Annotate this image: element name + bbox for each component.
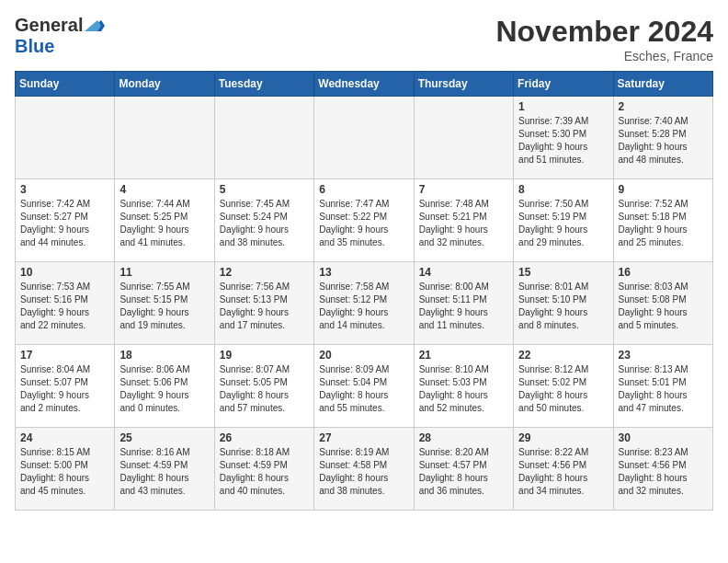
day-cell: 26Sunrise: 8:18 AM Sunset: 4:59 PM Dayli… xyxy=(214,428,313,511)
day-info: Sunrise: 8:03 AM Sunset: 5:08 PM Dayligh… xyxy=(619,281,708,332)
day-info: Sunrise: 8:07 AM Sunset: 5:05 PM Dayligh… xyxy=(220,363,309,415)
day-info: Sunrise: 8:13 AM Sunset: 5:01 PM Dayligh… xyxy=(619,363,708,415)
day-info: Sunrise: 7:42 AM Sunset: 5:27 PM Dayligh… xyxy=(20,198,109,249)
day-cell xyxy=(314,97,414,179)
logo-general: General xyxy=(15,15,83,36)
day-cell: 13Sunrise: 7:58 AM Sunset: 5:12 PM Dayli… xyxy=(314,262,414,345)
day-cell xyxy=(16,97,115,179)
calendar-body: 1Sunrise: 7:39 AM Sunset: 5:30 PM Daylig… xyxy=(16,97,713,511)
day-cell: 27Sunrise: 8:19 AM Sunset: 4:58 PM Dayli… xyxy=(314,428,414,511)
day-number: 10 xyxy=(20,266,109,279)
week-row-5: 24Sunrise: 8:15 AM Sunset: 5:00 PM Dayli… xyxy=(16,428,713,511)
day-cell: 16Sunrise: 8:03 AM Sunset: 5:08 PM Dayli… xyxy=(613,262,712,345)
day-number: 2 xyxy=(619,100,708,113)
header-saturday: Saturday xyxy=(613,72,712,97)
day-cell: 23Sunrise: 8:13 AM Sunset: 5:01 PM Dayli… xyxy=(613,345,712,428)
day-number: 14 xyxy=(419,266,508,279)
day-info: Sunrise: 8:10 AM Sunset: 5:03 PM Dayligh… xyxy=(419,363,508,415)
day-cell: 14Sunrise: 8:00 AM Sunset: 5:11 PM Dayli… xyxy=(414,262,513,345)
day-number: 3 xyxy=(20,183,109,196)
day-cell: 25Sunrise: 8:16 AM Sunset: 4:59 PM Dayli… xyxy=(115,428,214,511)
day-number: 20 xyxy=(319,349,408,362)
day-cell: 10Sunrise: 7:53 AM Sunset: 5:16 PM Dayli… xyxy=(16,262,115,345)
calendar-header-row: SundayMondayTuesdayWednesdayThursdayFrid… xyxy=(16,72,713,97)
day-cell: 4Sunrise: 7:44 AM Sunset: 5:25 PM Daylig… xyxy=(115,179,214,262)
location: Esches, France xyxy=(495,49,713,63)
day-number: 13 xyxy=(319,266,408,279)
day-info: Sunrise: 7:39 AM Sunset: 5:30 PM Dayligh… xyxy=(518,115,608,167)
week-row-2: 3Sunrise: 7:42 AM Sunset: 5:27 PM Daylig… xyxy=(16,179,713,262)
day-info: Sunrise: 7:56 AM Sunset: 5:13 PM Dayligh… xyxy=(220,281,309,332)
day-cell: 12Sunrise: 7:56 AM Sunset: 5:13 PM Dayli… xyxy=(214,262,313,345)
day-number: 27 xyxy=(319,431,408,444)
day-number: 29 xyxy=(518,431,608,444)
day-cell: 18Sunrise: 8:06 AM Sunset: 5:06 PM Dayli… xyxy=(115,345,214,428)
header-monday: Monday xyxy=(115,72,214,97)
day-number: 19 xyxy=(220,349,309,362)
day-number: 9 xyxy=(619,183,708,196)
day-info: Sunrise: 7:47 AM Sunset: 5:22 PM Dayligh… xyxy=(319,198,408,249)
day-info: Sunrise: 8:01 AM Sunset: 5:10 PM Dayligh… xyxy=(518,281,608,332)
header-sunday: Sunday xyxy=(16,72,115,97)
day-cell: 30Sunrise: 8:23 AM Sunset: 4:56 PM Dayli… xyxy=(613,428,712,511)
day-cell: 3Sunrise: 7:42 AM Sunset: 5:27 PM Daylig… xyxy=(16,179,115,262)
day-cell: 9Sunrise: 7:52 AM Sunset: 5:18 PM Daylig… xyxy=(613,179,712,262)
day-cell: 19Sunrise: 8:07 AM Sunset: 5:05 PM Dayli… xyxy=(214,345,313,428)
logo-icon xyxy=(85,18,105,33)
day-cell: 1Sunrise: 7:39 AM Sunset: 5:30 PM Daylig… xyxy=(514,97,613,179)
header-tuesday: Tuesday xyxy=(214,72,313,97)
day-cell xyxy=(214,97,313,179)
day-number: 25 xyxy=(119,431,209,444)
week-row-3: 10Sunrise: 7:53 AM Sunset: 5:16 PM Dayli… xyxy=(16,262,713,345)
day-info: Sunrise: 7:53 AM Sunset: 5:16 PM Dayligh… xyxy=(20,281,109,332)
day-number: 16 xyxy=(619,266,708,279)
day-info: Sunrise: 8:12 AM Sunset: 5:02 PM Dayligh… xyxy=(518,363,608,415)
day-cell: 28Sunrise: 8:20 AM Sunset: 4:57 PM Dayli… xyxy=(414,428,513,511)
day-cell: 15Sunrise: 8:01 AM Sunset: 5:10 PM Dayli… xyxy=(514,262,613,345)
day-number: 6 xyxy=(319,183,408,196)
day-info: Sunrise: 8:06 AM Sunset: 5:06 PM Dayligh… xyxy=(119,363,209,415)
week-row-1: 1Sunrise: 7:39 AM Sunset: 5:30 PM Daylig… xyxy=(16,97,713,179)
day-info: Sunrise: 8:23 AM Sunset: 4:56 PM Dayligh… xyxy=(619,446,708,498)
day-cell xyxy=(414,97,513,179)
header-thursday: Thursday xyxy=(414,72,513,97)
day-number: 1 xyxy=(518,100,608,113)
day-number: 30 xyxy=(619,431,708,444)
day-info: Sunrise: 7:55 AM Sunset: 5:15 PM Dayligh… xyxy=(119,281,209,332)
day-info: Sunrise: 8:09 AM Sunset: 5:04 PM Dayligh… xyxy=(319,363,408,415)
day-info: Sunrise: 8:22 AM Sunset: 4:56 PM Dayligh… xyxy=(518,446,608,498)
day-number: 15 xyxy=(518,266,608,279)
day-cell: 17Sunrise: 8:04 AM Sunset: 5:07 PM Dayli… xyxy=(16,345,115,428)
day-cell xyxy=(115,97,214,179)
day-cell: 24Sunrise: 8:15 AM Sunset: 5:00 PM Dayli… xyxy=(16,428,115,511)
day-number: 12 xyxy=(220,266,309,279)
day-info: Sunrise: 8:19 AM Sunset: 4:58 PM Dayligh… xyxy=(319,446,408,498)
day-info: Sunrise: 7:40 AM Sunset: 5:28 PM Dayligh… xyxy=(619,115,708,167)
day-number: 5 xyxy=(220,183,309,196)
day-number: 26 xyxy=(220,431,309,444)
day-cell: 6Sunrise: 7:47 AM Sunset: 5:22 PM Daylig… xyxy=(314,179,414,262)
title-section: November 2024 Esches, France xyxy=(495,15,713,63)
day-info: Sunrise: 7:50 AM Sunset: 5:19 PM Dayligh… xyxy=(518,198,608,249)
day-info: Sunrise: 8:16 AM Sunset: 4:59 PM Dayligh… xyxy=(119,446,209,498)
day-info: Sunrise: 8:15 AM Sunset: 5:00 PM Dayligh… xyxy=(20,446,109,498)
week-row-4: 17Sunrise: 8:04 AM Sunset: 5:07 PM Dayli… xyxy=(16,345,713,428)
day-number: 17 xyxy=(20,349,109,362)
day-cell: 21Sunrise: 8:10 AM Sunset: 5:03 PM Dayli… xyxy=(414,345,513,428)
day-info: Sunrise: 7:58 AM Sunset: 5:12 PM Dayligh… xyxy=(319,281,408,332)
day-number: 11 xyxy=(119,266,209,279)
logo-blue: Blue xyxy=(15,36,54,57)
day-cell: 11Sunrise: 7:55 AM Sunset: 5:15 PM Dayli… xyxy=(115,262,214,345)
day-number: 28 xyxy=(419,431,508,444)
day-number: 22 xyxy=(518,349,608,362)
page-header: General Blue November 2024 Esches, Franc… xyxy=(15,15,713,63)
calendar-table: SundayMondayTuesdayWednesdayThursdayFrid… xyxy=(15,71,713,511)
day-cell: 7Sunrise: 7:48 AM Sunset: 5:21 PM Daylig… xyxy=(414,179,513,262)
day-cell: 22Sunrise: 8:12 AM Sunset: 5:02 PM Dayli… xyxy=(514,345,613,428)
day-number: 7 xyxy=(419,183,508,196)
header-wednesday: Wednesday xyxy=(314,72,414,97)
day-cell: 5Sunrise: 7:45 AM Sunset: 5:24 PM Daylig… xyxy=(214,179,313,262)
day-info: Sunrise: 7:44 AM Sunset: 5:25 PM Dayligh… xyxy=(119,198,209,249)
day-cell: 8Sunrise: 7:50 AM Sunset: 5:19 PM Daylig… xyxy=(514,179,613,262)
day-info: Sunrise: 8:00 AM Sunset: 5:11 PM Dayligh… xyxy=(419,281,508,332)
